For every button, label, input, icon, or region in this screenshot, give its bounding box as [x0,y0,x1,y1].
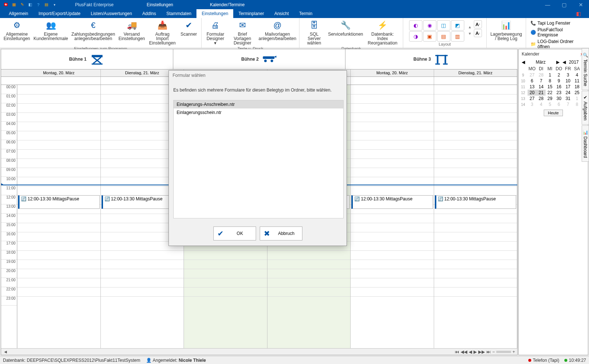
calendar-day[interactable]: 6 [554,101,564,107]
zahlungsbedingungen-button[interactable]: €Zahlungsbedingungenanlegen/bearbeiten [70,19,117,46]
layout-opt-3[interactable]: ◫ [437,20,450,31]
calendar-day[interactable]: 10 [564,78,572,84]
sql-server-button[interactable]: 🗄SQL Serverwählen [302,19,327,46]
nav-left[interactable]: ◄ [3,349,8,354]
calendar-day[interactable]: 23 [554,90,564,96]
day-header[interactable]: Dienstag, 21. März [434,69,518,76]
kundenmerkmale-button[interactable]: 👥EigeneKundenmerkmale [32,19,69,46]
nav-last[interactable]: ⏭ [486,349,491,354]
list-item[interactable]: Einlagerungsschein.ntr [174,108,343,117]
scheduler-navigator[interactable]: ◄ ⏮ ◀◀ ◀ ▶ ▶▶ ⏭ − + [1,348,517,355]
qat-icon-2[interactable]: ✎ [19,2,25,8]
list-item[interactable]: Einlagerungs-Anschreiben.ntr [174,100,343,108]
qat-icon-5[interactable]: ▤ [43,2,49,8]
tab-allgemein[interactable]: Allgemein [4,9,33,18]
nav-first[interactable]: ⏮ [455,349,459,354]
calendar-day[interactable]: 7 [537,78,546,84]
maximize-button[interactable]: ▢ [556,0,572,9]
calendar-day[interactable]: 17 [564,84,572,90]
day-header[interactable]: Montag, 20. März [351,69,434,76]
calendar-day[interactable]: 15 [546,84,554,90]
formular-list[interactable]: Einlagerungs-Anschreiben.ntr Einlagerung… [173,100,344,218]
calendar-day[interactable]: 24 [564,90,572,96]
nav-prev-page[interactable]: ◀◀ [461,349,467,354]
mini-calendar[interactable]: MODIMIDOFRSASO 9272812345106789101112111… [519,65,588,107]
status-telefon[interactable]: Telefon (Tapi) [528,358,559,363]
day-column[interactable]: 🔄12:00-13:30 MittagsPause [434,85,518,348]
layout-opt-6[interactable]: ▣ [423,31,436,42]
layout-opt-4[interactable]: ◩ [451,20,464,31]
calendar-day[interactable]: 6 [528,78,537,84]
nav-next[interactable]: ▶ [473,349,477,354]
font-decrease[interactable]: A↓ [474,29,482,37]
qat-flag-icon[interactable]: 🇨🇭 [3,2,9,8]
side-tab-terminsuche[interactable]: 🔍Termin Suche [582,48,589,90]
layout-opt-7[interactable]: ▤ [437,31,450,42]
calendar-day[interactable]: 1 [572,96,582,101]
nav-prev[interactable]: ◀ [469,349,472,354]
cancel-button[interactable]: ✖ Abbruch [260,226,302,240]
gallery-down[interactable]: ▾ [469,31,471,36]
db-reorg-button[interactable]: ⚡Datenbank: IndexReorganisation [365,19,401,46]
qat-icon-3[interactable]: ◧ [27,2,33,8]
tab-import-export[interactable]: Import/Export/Update [33,9,86,18]
calendar-day[interactable]: 5 [546,101,554,107]
tab-terminplaner[interactable]: Terminplaner [233,9,269,18]
calendar-day[interactable]: 28 [537,96,546,101]
ctx-tab-kalender[interactable]: Kalender/Termine [199,1,256,9]
side-tab-aufgaben[interactable]: ✔Aufgaben [582,91,589,124]
month-prev[interactable]: ◀ [521,60,526,65]
minimize-button[interactable]: — [539,0,556,9]
side-tab-dashboard[interactable]: 📊Dashboard [582,125,589,162]
calendar-day[interactable]: 4 [537,101,546,107]
calendar-day[interactable]: 2 [554,72,564,78]
month-next[interactable]: ▶ [556,60,560,65]
calendar-day[interactable]: 8 [546,78,554,84]
year-prev[interactable]: ◀ [562,60,567,65]
calendar-day[interactable]: 4 [572,72,582,78]
nav-zoom-out[interactable]: − [492,349,495,354]
log-item[interactable]: 📞Tapi Log Fenster [530,20,585,26]
calendar-day[interactable]: 28 [537,72,546,78]
ok-button[interactable]: ✔ OK [213,226,256,240]
appointment[interactable]: 🔄12:00-13:30 MittagsPause [435,195,517,209]
nav-next-page[interactable]: ▶▶ [478,349,485,354]
ctx-tab-einstellungen[interactable]: Einstellungen [136,1,184,9]
tab-einstellungen[interactable]: Einstellungen [196,9,233,18]
day-column[interactable]: 🔄12:00-13:30 MittagsPause [17,85,101,348]
tab-addins[interactable]: AddIns [137,9,161,18]
layout-opt-1[interactable]: ◐ [409,20,422,31]
calendar-day[interactable]: 7 [564,101,572,107]
month-label[interactable]: März [527,60,554,65]
alert-icon[interactable]: ◧ [571,9,586,18]
scanner-button[interactable]: ✔Scanner [178,19,199,46]
today-button[interactable]: Heute [544,110,563,116]
calendar-day[interactable]: 27 [528,96,537,101]
gallery-up[interactable]: ▴ [469,24,471,29]
log-item[interactable]: 🔵PlusFaktTool Ereignisse [530,27,585,38]
allg-einst-button[interactable]: ⚙AllgemeineEinstellungen [2,19,31,46]
tab-listen[interactable]: Listen/Auswertungen [86,9,137,18]
calendar-day[interactable]: 31 [564,96,572,101]
calendar-day[interactable]: 21 [537,90,546,96]
appointment[interactable]: 🔄12:00-13:30 MittagsPause [351,195,433,209]
calendar-day[interactable]: 3 [564,72,572,78]
lagerbewegung-button[interactable]: 📊 Lagerbewegung / Beleg Log [489,19,524,42]
zoom-slider[interactable] [496,351,511,353]
calendar-day[interactable]: 9 [554,78,564,84]
year-label[interactable]: 2017 [568,60,579,65]
mailvorlagen-button[interactable]: @Mailvorlagenanlegen/bearbeiten [258,19,297,46]
appointment[interactable]: 🔄12:00-13:30 MittagsPause [18,195,100,209]
calendar-day[interactable]: 30 [554,96,564,101]
layout-opt-5[interactable]: ◑ [409,31,422,42]
calendar-day[interactable]: 16 [554,84,564,90]
tab-termin[interactable]: Termin [294,9,317,18]
close-button[interactable]: ✕ [572,0,589,9]
calendar-day[interactable]: 18 [572,84,582,90]
calendar-day[interactable]: 13 [528,84,537,90]
day-header[interactable]: Montag, 20. März [17,69,101,76]
font-increase[interactable]: A↑ [474,20,482,28]
calendar-day[interactable]: 22 [546,90,554,96]
nav-zoom-in[interactable]: + [512,349,515,354]
calendar-day[interactable]: 20 [528,90,537,96]
